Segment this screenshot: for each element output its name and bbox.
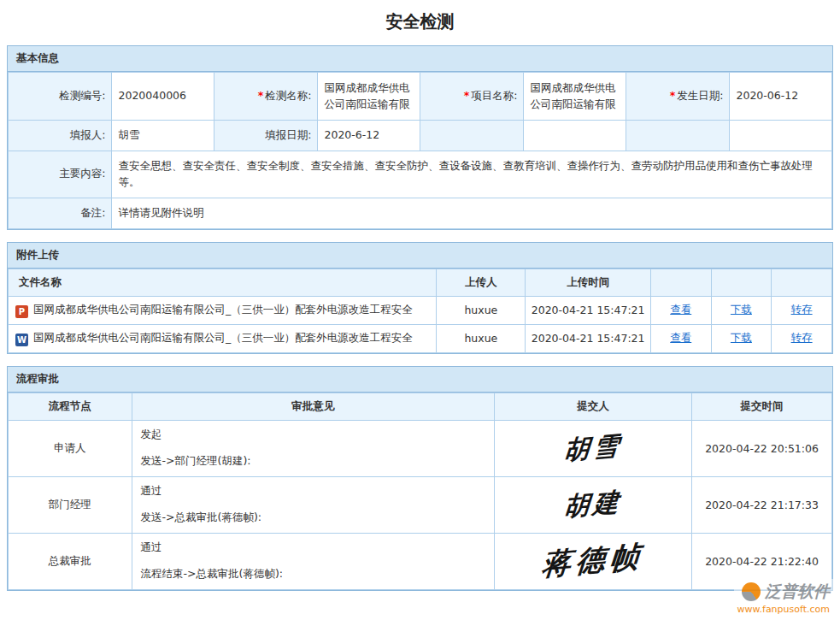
node-text: 总裁审批	[49, 554, 91, 567]
attachments-section-title: 附件上传	[8, 243, 832, 269]
occur-date-text: 2020-06-12	[737, 89, 799, 102]
uploader-column-header: 上传人	[437, 269, 526, 296]
empty-cell	[626, 121, 730, 151]
node-column-header: 流程节点	[9, 393, 132, 420]
attachment-upload-time: 2020-04-21 15:47:21	[526, 324, 651, 352]
approval-row: 申请人 发起 发送->部门经理(胡建): 胡雪 2020-04-22 20:51…	[9, 420, 832, 476]
opinion-status: 通过	[141, 484, 485, 499]
approval-opinion: 发起 发送->部门经理(胡建):	[132, 420, 494, 476]
upload-time-text: 2020-04-21 15:47:21	[532, 332, 645, 345]
approval-submitter: 胡建	[494, 476, 691, 533]
upload-time-column-header: 上传时间	[526, 269, 651, 296]
approval-opinion: 通过 流程结束->总裁审批(蒋德帧):	[132, 533, 494, 589]
inspection-no-text: 2020040006	[119, 89, 187, 102]
occur-date-label: *发生日期:	[626, 73, 730, 121]
opinion-status: 通过	[141, 540, 485, 555]
filler-text: 胡雪	[119, 128, 140, 141]
fill-date-label-text: 填报日期:	[265, 128, 311, 141]
main-content-label: 主要内容:	[9, 151, 112, 198]
attachments-table: 文件名称 上传人 上传时间 P国网成都成华供电公司南阳运输有限公司_（三供一业）…	[8, 269, 832, 353]
submit-time-text: 2020-04-22 20:51:06	[705, 442, 819, 455]
inspection-name-value: 国网成都成华供电公司南阳运输有限	[317, 73, 420, 121]
project-name-label-text: 项目名称:	[471, 89, 517, 102]
view-action-cell: 查看	[650, 296, 711, 324]
vendor-watermark: 泛普软件 www.fanpusoft.com	[734, 579, 833, 617]
empty-header-cell	[772, 269, 832, 296]
filler-label-text: 填报人:	[70, 128, 106, 141]
empty-cell	[420, 121, 524, 151]
save-as-link[interactable]: 转存	[791, 303, 813, 316]
attachment-upload-time: 2020-04-21 15:47:21	[526, 296, 651, 324]
attachments-header-row: 文件名称 上传人 上传时间	[9, 269, 832, 296]
filler-value: 胡雪	[111, 121, 214, 151]
inspection-no-label-text: 检测编号:	[59, 89, 105, 102]
view-action-cell: 查看	[650, 324, 711, 352]
approval-node: 部门经理	[9, 476, 132, 533]
inspection-no-value: 2020040006	[111, 73, 214, 121]
approval-header-row: 流程节点 审批意见 提交人 提交时间	[9, 393, 832, 420]
vendor-url: www.fanpusoft.com	[737, 604, 830, 615]
project-name-text: 国网成都成华供电公司南阳运输有限	[531, 81, 616, 110]
attachment-filename-cell: W国网成都成华供电公司南阳运输有限公司_（三供一业）配套外电源改造工程安全	[9, 324, 437, 352]
empty-header-cell	[711, 269, 772, 296]
fill-date-value: 2020-6-12	[317, 121, 420, 151]
occur-date-value: 2020-06-12	[729, 73, 832, 121]
inspection-no-label: 检测编号:	[9, 73, 112, 121]
filename-column-header: 文件名称	[9, 269, 437, 296]
download-link[interactable]: 下载	[731, 331, 752, 344]
approval-section-title: 流程审批	[8, 367, 832, 393]
remark-label-text: 备注:	[80, 206, 105, 219]
remark-text: 详情请见附件说明	[119, 206, 204, 219]
empty-cell	[523, 121, 626, 151]
signature-image: 胡建	[562, 484, 623, 524]
attachment-filename: 国网成都成华供电公司南阳运输有限公司_（三供一业）配套外电源改造工程安全	[33, 303, 413, 316]
required-asterisk: *	[670, 89, 676, 102]
approval-panel: 流程审批 流程节点 审批意见 提交人 提交时间 申请人 发起 发送->部门经理(…	[7, 366, 833, 591]
empty-header-cell	[650, 269, 711, 296]
attachment-row: P国网成都成华供电公司南阳运输有限公司_（三供一业）配套外电源改造工程安全 hu…	[9, 296, 832, 324]
filler-label: 填报人:	[9, 121, 112, 151]
occur-date-label-text: 发生日期:	[677, 89, 723, 102]
basic-info-panel: 基本信息 检测编号: 2020040006 *检测名称: 国网成都成华供电公司南…	[7, 45, 833, 230]
approval-node: 申请人	[9, 420, 132, 476]
approval-submitter: 蒋德帧	[494, 533, 691, 589]
fill-date-text: 2020-6-12	[325, 128, 380, 141]
main-content-label-text: 主要内容:	[59, 167, 105, 180]
submit-time-text: 2020-04-22 21:17:33	[705, 499, 819, 511]
attachment-uploader: huxue	[437, 296, 526, 324]
node-text: 申请人	[54, 441, 86, 454]
inspection-name-label-text: 检测名称:	[265, 89, 311, 102]
view-link[interactable]: 查看	[670, 303, 691, 316]
project-name-label: *项目名称:	[420, 73, 524, 121]
view-link[interactable]: 查看	[670, 331, 691, 344]
fanpu-logo-icon	[742, 582, 761, 601]
approval-node: 总裁审批	[9, 533, 132, 589]
required-asterisk: *	[464, 89, 470, 102]
submit-time-column-header: 提交时间	[692, 393, 832, 420]
attachments-panel: 附件上传 文件名称 上传人 上传时间 P国网成都成华供电公司南阳运输有限公司_（…	[7, 242, 833, 354]
basic-info-section-title: 基本信息	[8, 46, 832, 72]
download-action-cell: 下载	[711, 324, 772, 352]
approval-table: 流程节点 审批意见 提交人 提交时间 申请人 发起 发送->部门经理(胡建): …	[8, 393, 832, 590]
attachment-filename: 国网成都成华供电公司南阳运输有限公司_（三供一业）配套外电源改造工程安全	[33, 331, 413, 344]
attachment-row: W国网成都成华供电公司南阳运输有限公司_（三供一业）配套外电源改造工程安全 hu…	[9, 324, 832, 352]
main-content-value: 查安全思想、查安全责任、查安全制度、查安全措施、查安全防护、查设备设施、查教育培…	[111, 151, 832, 198]
submit-time-text: 2020-04-22 21:22:40	[705, 555, 819, 568]
opinion-route: 发送->部门经理(胡建):	[141, 454, 485, 469]
inspection-name-text: 国网成都成华供电公司南阳运输有限	[325, 81, 410, 110]
uploader-text: huxue	[464, 332, 497, 345]
opinion-route: 流程结束->总裁审批(蒋德帧):	[141, 567, 485, 582]
remark-label: 备注:	[9, 198, 112, 228]
download-link[interactable]: 下载	[731, 303, 752, 316]
approval-submit-time: 2020-04-22 21:17:33	[692, 476, 832, 533]
save-as-link[interactable]: 转存	[791, 331, 813, 344]
project-name-value: 国网成都成华供电公司南阳运输有限	[523, 73, 626, 121]
pdf-file-icon: P	[15, 305, 28, 318]
basic-info-table: 检测编号: 2020040006 *检测名称: 国网成都成华供电公司南阳运输有限…	[8, 72, 832, 229]
word-file-icon: W	[15, 334, 28, 346]
save-action-cell: 转存	[772, 296, 832, 324]
page-title: 安全检测	[0, 0, 840, 45]
opinion-status: 发起	[141, 428, 485, 442]
approval-row: 总裁审批 通过 流程结束->总裁审批(蒋德帧): 蒋德帧 2020-04-22 …	[9, 533, 832, 589]
uploader-text: huxue	[464, 304, 497, 316]
